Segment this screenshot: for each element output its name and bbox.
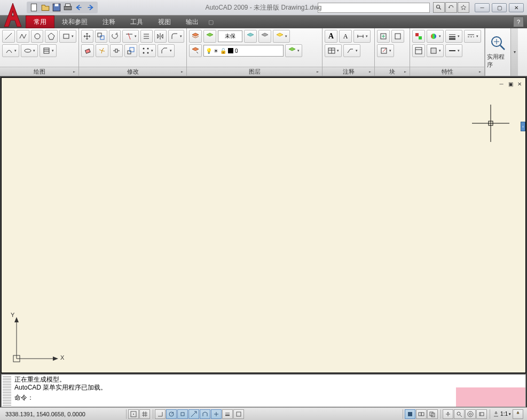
create-block-icon[interactable] (391, 30, 404, 43)
layer-freeze-icon[interactable] (244, 30, 257, 43)
polar-button[interactable] (166, 409, 177, 419)
tab-view[interactable]: 视图 (151, 15, 178, 28)
layer-previous-icon[interactable] (285, 44, 302, 57)
tab-annotate[interactable]: 注释 (95, 15, 123, 28)
otrack-button[interactable] (188, 409, 199, 419)
tab-blocks[interactable]: 块和参照 (54, 15, 95, 28)
trim-icon[interactable] (122, 30, 138, 43)
properties-palette-icon[interactable] (412, 44, 425, 57)
layer-selector[interactable]: 💡 ☀ 🔓 0 (203, 45, 284, 57)
panel-title-draw[interactable]: 绘图 (0, 67, 78, 76)
drawing-canvas[interactable]: ─ ▣ ✕ ‹ Y X (1, 77, 526, 373)
polyline-icon[interactable] (17, 30, 29, 43)
open-icon[interactable] (41, 3, 50, 12)
mirror-icon[interactable] (154, 30, 167, 43)
panel-title-modify[interactable]: 修改 (79, 67, 186, 76)
app-logo-menu[interactable] (1, 1, 25, 30)
redo-icon[interactable] (85, 3, 95, 12)
ducs-button[interactable] (200, 409, 210, 419)
tab-output[interactable]: 输出 (178, 15, 206, 28)
lineweight-combo[interactable] (445, 30, 462, 43)
qview-drawings-button[interactable] (427, 409, 438, 419)
panel-title-properties[interactable]: 特性 (410, 67, 484, 76)
block-edit-icon[interactable] (377, 44, 394, 57)
match-properties-icon[interactable] (412, 30, 425, 43)
layer-match-icon[interactable] (189, 44, 202, 57)
leader-icon[interactable] (343, 44, 360, 57)
grid-button[interactable] (139, 409, 150, 419)
explode-icon[interactable] (96, 44, 108, 57)
undo-icon[interactable] (74, 3, 84, 12)
comm-center-icon[interactable] (445, 2, 457, 13)
erase-icon[interactable] (81, 44, 94, 57)
layer-iso-icon[interactable] (273, 30, 290, 43)
line-icon[interactable] (2, 30, 15, 43)
array-icon[interactable] (139, 44, 156, 57)
steering-wheel-button[interactable] (465, 409, 476, 419)
favorites-icon[interactable] (458, 2, 469, 13)
polygon-icon[interactable] (45, 30, 58, 43)
ortho-button[interactable] (155, 409, 166, 419)
tab-tools[interactable]: 工具 (123, 15, 151, 28)
table-icon[interactable] (325, 44, 342, 57)
bylayer-combo[interactable] (427, 44, 444, 57)
hatch-icon[interactable] (40, 44, 57, 57)
chamfer-icon[interactable] (158, 44, 175, 57)
help-icon[interactable]: ? (513, 17, 524, 27)
mtext-icon[interactable]: A (325, 30, 337, 43)
command-line[interactable]: 正在重生成模型。 AutoCAD 菜单实用程序已加载。 命令： (1, 374, 526, 407)
osnap-button[interactable] (177, 409, 188, 419)
layer-states-icon[interactable] (203, 30, 216, 43)
dyn-button[interactable] (211, 409, 222, 419)
qp-button[interactable] (233, 409, 244, 419)
new-icon[interactable] (29, 3, 39, 12)
rotate-icon[interactable] (109, 30, 121, 43)
qview-layouts-button[interactable] (416, 409, 427, 419)
panel-title-layers[interactable]: 图层 (187, 67, 322, 76)
scale-icon[interactable] (124, 44, 137, 57)
maximize-button[interactable]: ▢ (492, 3, 507, 12)
copy-icon[interactable] (95, 30, 107, 43)
circle-icon[interactable] (31, 30, 44, 43)
doc-close-icon[interactable]: ✕ (516, 80, 523, 88)
lwt-button[interactable] (222, 409, 233, 419)
dimension-icon[interactable] (353, 30, 371, 43)
infocenter-search-input[interactable] (318, 3, 430, 13)
layer-off-icon[interactable] (258, 30, 271, 43)
close-button[interactable]: ✕ (509, 3, 524, 12)
layer-properties-icon[interactable] (189, 30, 202, 43)
offset-icon[interactable] (140, 30, 153, 43)
tab-overflow-icon[interactable]: ▢ (206, 15, 216, 28)
minimize-button[interactable]: ─ (475, 3, 490, 12)
arc-icon[interactable] (2, 44, 19, 57)
snap-button[interactable] (128, 409, 139, 419)
linetype-combo[interactable] (464, 30, 481, 43)
stretch-icon[interactable] (110, 44, 123, 57)
pan-button[interactable] (443, 409, 453, 419)
plotstyle-combo[interactable] (445, 44, 462, 57)
panel-title-annotate[interactable]: 注释 (323, 67, 374, 76)
search-icon[interactable] (433, 2, 445, 13)
panel-utilities[interactable]: 实用程序 (485, 28, 510, 76)
ellipse-icon[interactable] (21, 44, 38, 57)
layer-state-combo[interactable]: 未保 (218, 30, 242, 42)
save-icon[interactable] (52, 3, 61, 12)
coordinates-readout[interactable]: 3338.1391, 1540.0658, 0.0000 (2, 411, 125, 417)
insert-block-icon[interactable] (377, 30, 390, 43)
model-button[interactable] (405, 409, 415, 419)
showmotion-button[interactable] (476, 409, 487, 419)
zoom-button[interactable] (454, 409, 465, 419)
print-icon[interactable] (63, 3, 73, 12)
cmdline-grip-icon[interactable] (3, 376, 11, 406)
tab-common[interactable]: 常用 (26, 15, 54, 28)
annotation-scale[interactable]: 1:1 ▾ (492, 409, 512, 419)
move-icon[interactable] (81, 30, 93, 43)
doc-minimize-icon[interactable]: ─ (498, 80, 505, 88)
panel-title-block[interactable]: 块 (375, 67, 410, 76)
ribbon-collapse-icon[interactable]: ▾ (510, 28, 518, 76)
text-icon[interactable]: A (339, 30, 352, 43)
anno-visibility-button[interactable] (513, 409, 523, 419)
tool-palette-tab[interactable]: ‹ (521, 122, 525, 131)
doc-restore-icon[interactable]: ▣ (507, 80, 514, 88)
color-combo[interactable] (427, 30, 444, 43)
